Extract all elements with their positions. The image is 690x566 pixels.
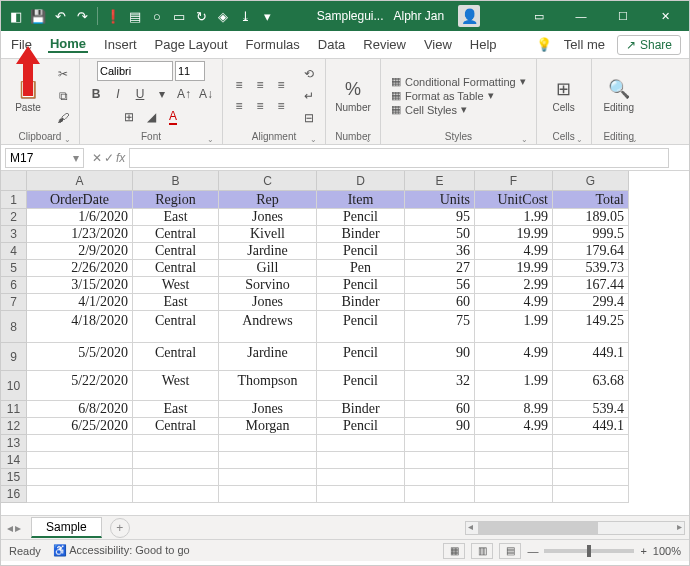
qat-more-icon[interactable]: ▾ — [258, 7, 276, 25]
empty-cell[interactable] — [405, 486, 475, 503]
data-cell[interactable]: 50 — [405, 226, 475, 243]
data-cell[interactable]: 4/1/2020 — [27, 294, 133, 311]
tab-formulas[interactable]: Formulas — [244, 37, 302, 52]
row-header[interactable]: 5 — [1, 260, 27, 277]
data-cell[interactable]: 449.1 — [553, 418, 629, 435]
bold-button[interactable]: B — [86, 84, 106, 104]
data-cell[interactable]: Pen — [317, 260, 405, 277]
italic-button[interactable]: I — [108, 84, 128, 104]
data-cell[interactable]: 6/8/2020 — [27, 401, 133, 418]
data-cell[interactable]: 19.99 — [475, 260, 553, 277]
font-color-button[interactable]: A — [163, 107, 183, 127]
empty-cell[interactable] — [553, 486, 629, 503]
number-format-button[interactable]: % Number — [332, 79, 374, 113]
editing-button[interactable]: 🔍 Editing — [598, 78, 640, 113]
row-header[interactable]: 2 — [1, 209, 27, 226]
data-cell[interactable]: Central — [133, 243, 219, 260]
add-sheet-button[interactable]: + — [110, 518, 130, 538]
data-cell[interactable]: 1.99 — [475, 209, 553, 226]
autosave-icon[interactable]: ◧ — [7, 7, 25, 25]
column-header[interactable]: E — [405, 171, 475, 191]
tab-view[interactable]: View — [422, 37, 454, 52]
data-cell[interactable]: 90 — [405, 418, 475, 435]
data-cell[interactable]: 4.99 — [475, 294, 553, 311]
data-cell[interactable]: 2/9/2020 — [27, 243, 133, 260]
empty-cell[interactable] — [553, 452, 629, 469]
row-header[interactable]: 11 — [1, 401, 27, 418]
qat-icon[interactable]: ○ — [148, 7, 166, 25]
maximize-button[interactable]: ☐ — [603, 1, 643, 31]
header-cell[interactable]: OrderDate — [27, 191, 133, 209]
column-header[interactable]: C — [219, 171, 317, 191]
row-header[interactable]: 8 — [1, 311, 27, 343]
data-cell[interactable]: 1/6/2020 — [27, 209, 133, 226]
qat-icon[interactable]: ❗ — [104, 7, 122, 25]
enter-formula-icon[interactable]: ✓ — [104, 151, 114, 165]
data-cell[interactable]: Pencil — [317, 277, 405, 294]
row-header[interactable]: 6 — [1, 277, 27, 294]
data-cell[interactable]: 2.99 — [475, 277, 553, 294]
data-cell[interactable]: 1/23/2020 — [27, 226, 133, 243]
empty-cell[interactable] — [475, 486, 553, 503]
empty-cell[interactable] — [553, 435, 629, 452]
empty-cell[interactable] — [553, 469, 629, 486]
data-cell[interactable]: Binder — [317, 226, 405, 243]
data-cell[interactable]: West — [133, 277, 219, 294]
data-cell[interactable]: Thompson — [219, 371, 317, 401]
orientation-icon[interactable]: ⟲ — [299, 64, 319, 84]
row-header[interactable]: 12 — [1, 418, 27, 435]
empty-cell[interactable] — [219, 486, 317, 503]
data-cell[interactable]: Jones — [219, 401, 317, 418]
data-cell[interactable]: 63.68 — [553, 371, 629, 401]
empty-cell[interactable] — [475, 435, 553, 452]
tab-data[interactable]: Data — [316, 37, 347, 52]
tab-insert[interactable]: Insert — [102, 37, 139, 52]
cancel-formula-icon[interactable]: ✕ — [92, 151, 102, 165]
empty-cell[interactable] — [133, 452, 219, 469]
data-cell[interactable]: 6/25/2020 — [27, 418, 133, 435]
data-cell[interactable]: Jones — [219, 209, 317, 226]
empty-cell[interactable] — [317, 469, 405, 486]
data-cell[interactable]: 4.99 — [475, 343, 553, 371]
column-header[interactable]: A — [27, 171, 133, 191]
save-icon[interactable]: 💾 — [29, 7, 47, 25]
redo-icon[interactable]: ↷ — [73, 7, 91, 25]
row-header[interactable]: 13 — [1, 435, 27, 452]
empty-cell[interactable] — [133, 435, 219, 452]
data-cell[interactable]: Andrews — [219, 311, 317, 343]
data-cell[interactable]: Kivell — [219, 226, 317, 243]
data-cell[interactable]: Pencil — [317, 243, 405, 260]
align-right-icon[interactable]: ≡ — [271, 96, 291, 116]
border-button[interactable]: ⊞ — [119, 107, 139, 127]
data-cell[interactable]: Morgan — [219, 418, 317, 435]
header-cell[interactable]: Rep — [219, 191, 317, 209]
row-header[interactable]: 9 — [1, 343, 27, 371]
column-header[interactable]: D — [317, 171, 405, 191]
tell-me[interactable]: Tell me — [562, 37, 607, 52]
next-sheet-icon[interactable]: ▸ — [15, 521, 21, 535]
empty-cell[interactable] — [27, 469, 133, 486]
data-cell[interactable]: 2/26/2020 — [27, 260, 133, 277]
data-cell[interactable]: 4.99 — [475, 418, 553, 435]
data-cell[interactable]: Pencil — [317, 343, 405, 371]
tab-review[interactable]: Review — [361, 37, 408, 52]
wrap-text-icon[interactable]: ↵ — [299, 86, 319, 106]
page-layout-view-button[interactable]: ▥ — [471, 543, 493, 559]
row-header[interactable]: 3 — [1, 226, 27, 243]
empty-cell[interactable] — [405, 469, 475, 486]
horizontal-scrollbar[interactable]: ◂ ▸ — [465, 521, 685, 535]
data-cell[interactable]: 539.4 — [553, 401, 629, 418]
page-break-view-button[interactable]: ▤ — [499, 543, 521, 559]
data-cell[interactable]: Central — [133, 311, 219, 343]
qat-icon[interactable]: ▭ — [170, 7, 188, 25]
underline-button[interactable]: U — [130, 84, 150, 104]
empty-cell[interactable] — [317, 452, 405, 469]
share-button[interactable]: ↗Share — [617, 35, 681, 55]
prev-sheet-icon[interactable]: ◂ — [7, 521, 13, 535]
minimize-button[interactable]: — — [561, 1, 601, 31]
empty-cell[interactable] — [405, 452, 475, 469]
data-cell[interactable]: 999.5 — [553, 226, 629, 243]
data-cell[interactable]: Central — [133, 226, 219, 243]
data-cell[interactable]: Binder — [317, 401, 405, 418]
data-cell[interactable]: 167.44 — [553, 277, 629, 294]
